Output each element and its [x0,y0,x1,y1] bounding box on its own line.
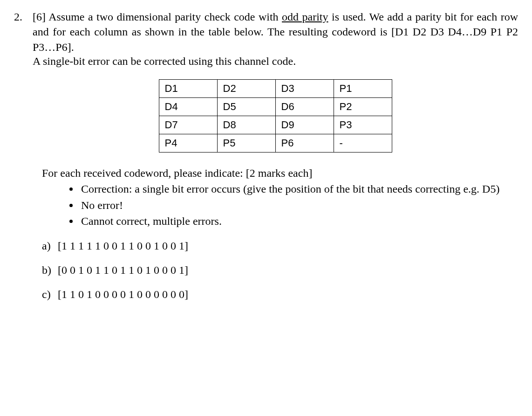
cell-D8: D8 [217,116,275,134]
table-row: D1 D2 D3 P1 [159,79,392,97]
part-a-codeword: [1 1 1 1 1 0 0 1 1 0 0 1 0 0 1] [58,238,188,253]
question-body: [6] Assume a two dimensional parity chec… [33,9,518,166]
intro-underlined: odd parity [282,11,328,23]
instructions-lead: For each received codeword, please indic… [42,166,518,180]
part-c: c) [1 1 0 1 0 0 0 0 1 0 0 0 0 0 0] [42,287,518,302]
points-tag: [6] [33,11,46,23]
cell-dash: - [334,134,392,152]
cell-D4: D4 [159,97,217,116]
cell-P4: P4 [159,134,217,152]
part-a: a) [1 1 1 1 1 0 0 1 1 0 0 1 0 0 1] [42,238,518,253]
list-item: Cannot correct, multiple errors. [79,214,518,229]
cell-P2: P2 [334,97,392,116]
cell-P3: P3 [334,116,392,134]
table-row: P4 P5 P6 - [159,134,392,152]
part-c-label: c) [42,287,58,302]
cell-P1: P1 [334,79,392,97]
cell-D1: D1 [159,79,217,97]
part-b-label: b) [42,263,58,277]
list-item: No error! [79,198,518,213]
part-b: b) [0 0 1 0 1 1 0 1 1 0 1 0 0 0 1] [42,263,518,277]
cell-D7: D7 [159,116,217,134]
cell-D2: D2 [217,79,275,97]
cell-D5: D5 [217,97,275,116]
table-row: D4 D5 D6 P2 [159,97,392,116]
intro-line2: A single-bit error can be corrected usin… [33,55,518,68]
part-c-codeword: [1 1 0 1 0 0 0 0 1 0 0 0 0 0 0] [58,287,188,302]
instructions-block: For each received codeword, please indic… [42,166,518,229]
parity-layout-table: D1 D2 D3 P1 D4 D5 D6 P2 D7 D8 D9 P3 P4 P… [159,79,392,153]
table-row: D7 D8 D9 P3 [159,116,392,134]
subparts-block: a) [1 1 1 1 1 0 0 1 1 0 0 1 0 0 1] b) [0… [42,238,518,302]
question-number: 2. [14,9,33,24]
cell-D9: D9 [275,116,334,134]
cell-D3: D3 [275,79,334,97]
cell-P5: P5 [217,134,275,152]
list-item: Correction: a single bit error occurs (g… [79,181,518,196]
intro-part1: Assume a two dimensional parity check co… [46,11,282,23]
question-container: 2. [6] Assume a two dimensional parity c… [14,9,518,166]
cell-P6: P6 [275,134,334,152]
part-a-label: a) [42,238,58,253]
cell-D6: D6 [275,97,334,116]
bullet-list: Correction: a single bit error occurs (g… [42,181,518,229]
part-b-codeword: [0 0 1 0 1 1 0 1 1 0 1 0 0 0 1] [58,263,188,277]
